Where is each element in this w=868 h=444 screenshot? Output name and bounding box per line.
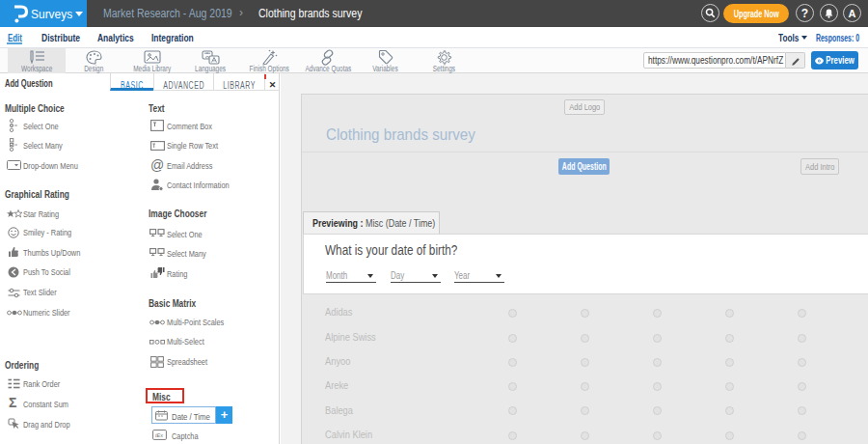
svg-text:tEx: tEx [155, 432, 163, 438]
